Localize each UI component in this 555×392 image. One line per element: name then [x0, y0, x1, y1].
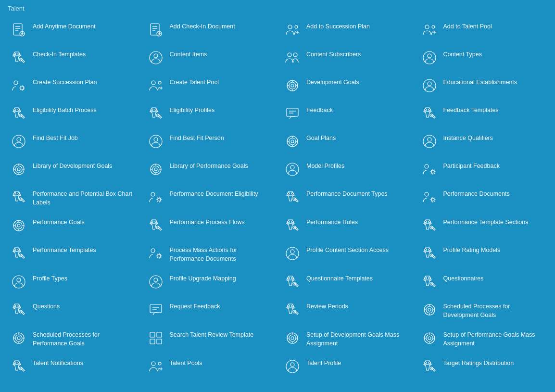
list-item[interactable]: Add Anytime Document — [4, 16, 141, 44]
item-label: Content Subscribers — [306, 49, 361, 59]
svg-point-39 — [289, 82, 296, 89]
item-label: Talent Pools — [170, 357, 202, 368]
item-label: Questions — [33, 301, 60, 311]
list-item[interactable]: Scheduled Processes for Performance Goal… — [4, 324, 141, 353]
list-item[interactable]: Performance Template Sections — [415, 212, 552, 240]
list-item[interactable]: Create Succession Plan — [4, 72, 141, 100]
tools-icon — [10, 104, 28, 123]
list-item[interactable]: Library of Development Goals — [4, 155, 141, 183]
svg-point-38 — [287, 80, 298, 91]
svg-point-28 — [288, 53, 291, 57]
list-item[interactable]: Talent Notifications — [4, 353, 141, 380]
list-item[interactable]: Development Goals — [278, 72, 415, 100]
svg-point-133 — [425, 249, 427, 251]
list-item[interactable]: Questionnaires — [415, 268, 552, 296]
list-item[interactable]: Performance and Potential Box Chart Labe… — [4, 183, 141, 212]
feedback-icon — [283, 104, 302, 123]
svg-point-103 — [425, 192, 429, 196]
list-item[interactable]: Process Mass Actions for Performance Doc… — [141, 240, 278, 268]
people-add-icon — [420, 21, 439, 39]
person-circle-icon — [283, 244, 302, 263]
list-item[interactable]: Content Items — [141, 44, 278, 72]
item-label: Search Talent Review Template — [170, 329, 254, 340]
list-item[interactable]: Educational Establishments — [415, 72, 552, 100]
goal-icon — [147, 160, 165, 178]
list-item[interactable]: Performance Goals — [4, 212, 141, 240]
svg-point-35 — [158, 81, 161, 84]
list-item[interactable]: Create Talent Pool — [141, 72, 278, 100]
item-label: Development Goals — [306, 76, 359, 87]
list-item[interactable]: Feedback Templates — [415, 100, 552, 127]
item-label: Performance Document Eligibility — [170, 188, 258, 199]
item-label: Check-In Templates — [33, 49, 86, 59]
people-gear-icon — [420, 160, 439, 178]
item-label: Feedback — [306, 104, 333, 115]
list-item[interactable]: Goal Plans — [278, 127, 415, 155]
svg-point-159 — [424, 304, 435, 315]
list-item[interactable]: Questionnaire Templates — [278, 268, 415, 296]
svg-point-77 — [17, 168, 20, 171]
list-item[interactable]: Instance Qualifiers — [415, 127, 552, 155]
list-item[interactable]: Content Types — [415, 44, 552, 72]
list-item[interactable]: Model Profiles — [278, 155, 415, 183]
goal-icon — [420, 301, 439, 319]
svg-point-122 — [429, 221, 430, 223]
goal-icon — [283, 132, 302, 151]
list-item[interactable]: Find Best Fit Person — [141, 127, 278, 155]
list-item[interactable]: Add Check-In Document — [141, 16, 278, 44]
list-item[interactable]: Eligibility Batch Process — [4, 100, 141, 127]
list-item[interactable]: Feedback — [278, 100, 415, 127]
svg-point-178 — [289, 335, 296, 341]
list-item[interactable]: Review Periods — [278, 296, 415, 324]
list-item[interactable]: Profile Rating Models — [415, 240, 552, 268]
list-item[interactable]: Request Feedback — [141, 296, 278, 324]
list-item[interactable]: Talent Pools — [141, 353, 278, 380]
item-label: Request Feedback — [170, 301, 220, 311]
list-item[interactable]: Performance Documents — [415, 183, 552, 212]
item-label: Profile Content Section Access — [306, 244, 389, 255]
item-label: Instance Qualifiers — [443, 132, 493, 143]
list-item[interactable]: Setup of Performance Goals Mass Assignme… — [415, 324, 552, 353]
item-label: Content Types — [443, 49, 482, 59]
item-label: Participant Feedback — [443, 160, 500, 171]
list-item[interactable]: Eligibility Profiles — [141, 100, 278, 127]
list-item[interactable]: Add to Succession Plan — [278, 16, 415, 44]
svg-point-141 — [288, 277, 290, 279]
tools-icon — [283, 188, 302, 206]
tools-icon — [147, 104, 165, 123]
list-item[interactable]: Talent Profile — [278, 353, 415, 380]
svg-point-126 — [18, 249, 20, 251]
list-item[interactable]: Find Best Fit Job — [4, 127, 141, 155]
svg-rect-176 — [157, 339, 162, 344]
svg-point-84 — [154, 168, 157, 171]
list-item[interactable]: Performance Document Types — [278, 183, 415, 212]
list-item[interactable]: Performance Document Eligibility — [141, 183, 278, 212]
goal-icon — [283, 76, 302, 95]
svg-point-196 — [158, 362, 161, 365]
list-item[interactable]: Add to Talent Pool — [415, 16, 552, 44]
grid-icon-icon — [147, 329, 165, 347]
item-label: Profile Rating Models — [443, 244, 501, 255]
list-item[interactable]: Questions — [4, 296, 141, 324]
list-item[interactable]: Content Subscribers — [278, 44, 415, 72]
item-label: Create Talent Pool — [170, 76, 219, 87]
list-item[interactable]: Library of Performance Goals — [141, 155, 278, 183]
list-item[interactable]: Scheduled Processes for Development Goal… — [415, 296, 552, 324]
person-circle-icon — [10, 132, 28, 151]
tools-icon — [10, 357, 28, 376]
list-item[interactable]: Participant Feedback — [415, 155, 552, 183]
list-item[interactable]: Performance Roles — [278, 212, 415, 240]
list-item[interactable]: Performance Templates — [4, 240, 141, 268]
list-item[interactable]: Profile Types — [4, 268, 141, 296]
people-add-icon — [147, 76, 165, 95]
list-item[interactable]: Setup of Development Goals Mass Assignme… — [278, 324, 415, 353]
list-item[interactable]: Profile Upgrade Mapping — [141, 268, 278, 296]
person-circle-icon — [420, 132, 439, 151]
list-item[interactable]: Performance Process Flows — [141, 212, 278, 240]
list-item[interactable]: Target Ratings Distribution — [415, 353, 552, 380]
svg-point-185 — [426, 335, 433, 341]
list-item[interactable]: Profile Content Section Access — [278, 240, 415, 268]
svg-point-203 — [429, 362, 430, 364]
list-item[interactable]: Check-In Templates — [4, 44, 141, 72]
list-item[interactable]: Search Talent Review Template — [141, 324, 278, 353]
